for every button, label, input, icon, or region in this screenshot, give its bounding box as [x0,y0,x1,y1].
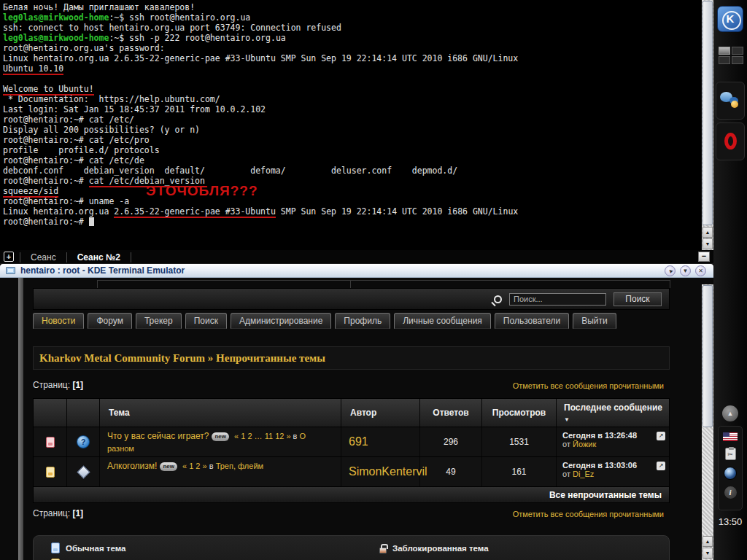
last-post-cell: Сегодня в 13:03:06↗от Di_Ez [557,457,669,486]
topics-table: Тема Автор Ответов Просмотров Последнее … [33,398,670,503]
kde-menu-icon[interactable]: K [717,6,743,32]
terminal-line: root@hentairo:~# [3,217,699,227]
nav-tab-личные-сообщения[interactable]: Личные сообщения [394,313,491,329]
search-button[interactable]: Поиск [614,292,662,306]
browser-scroll-down-icon[interactable]: ▼ [703,548,713,559]
session-tab-1[interactable]: Сеанс [20,252,67,262]
nav-tab-новости[interactable]: Новости [33,313,84,329]
desktop-1[interactable] [719,47,730,55]
nav-tab-выйти[interactable]: Выйти [573,313,616,329]
terminal-text: profile profile.d/ protocols [3,145,160,155]
normal-topic-icon [51,542,60,553]
terminal-text: root@hentairo.org.ua's password: [3,43,165,53]
terminal-line: profile profile.d/ protocols [3,145,699,155]
terminal-scrollbar-thumb[interactable] [703,1,713,225]
last-poster-link[interactable]: Йожик [573,440,596,448]
replies-cell: 296 [420,427,482,456]
nav-tab-форум[interactable]: Форум [88,313,131,329]
terminal-line [3,74,699,84]
legend-label: Заблокированная тема [392,544,489,553]
new-badge: new [160,462,177,471]
pages-label: Страниц: [33,380,72,390]
all-unread-link[interactable]: Все непрочитанные темы [549,490,662,500]
close-window-button[interactable]: ✕ [695,265,706,276]
jump-to-last-post-icon[interactable]: ↗ [657,462,665,470]
topic-pagination[interactable]: « 1 2 … 11 12 » [232,432,293,440]
browser-scrollbar-thumb[interactable] [703,285,713,427]
terminal-line: Welcome to Ubuntu! [3,84,699,94]
author-link[interactable]: SimonKentervil [349,465,427,478]
klipper-clipboard-icon[interactable]: ✂ [725,448,736,460]
header-replies[interactable]: Ответов [420,399,482,427]
last-post-user-line: от Di_Ez [562,470,665,478]
opera-icon [724,133,737,149]
nav-tab-администрирование[interactable]: Администрирование [231,313,331,329]
shade-window-button[interactable]: ▲ [665,265,676,276]
terminal-text: Display all 200 possibilities? (y or n) [3,125,200,135]
last-post-time-line: Сегодня в 13:26:48↗ [562,431,665,440]
search-input[interactable] [509,293,606,306]
nav-tab-пользователи[interactable]: Пользователи [495,313,569,329]
lower-window-button[interactable]: ▼ [680,265,691,276]
last-post-time: Сегодня в 13:26:48 [562,431,637,440]
hide-tabbar-button[interactable]: − [698,252,710,262]
red-annotation-text: ЭТОЧОБЛЯ??? [146,183,258,199]
panel-up-arrow-icon[interactable]: ▲ [722,405,738,421]
mark-all-read-link[interactable]: Отметить все сообщения прочитанными [513,510,664,518]
session-tab-2[interactable]: Сеанс №2 [67,252,131,262]
table-footer: Все непрочитанные темы [33,487,670,503]
terminal-text: root@hentairo:~# cat /etc/ [3,114,134,125]
header-author[interactable]: Автор [341,399,420,427]
window-titlebar[interactable]: hentairo : root - KDE Terminal Emulator … [0,264,713,278]
topic-link[interactable]: Алкоголизм! [107,461,157,471]
kopete-launcher[interactable] [716,82,745,120]
pagination-row-bottom: Страниц: [1] Отметить все сообщения проч… [33,508,670,520]
current-page: [1] [72,508,83,518]
terminal-scrollbar[interactable]: ▲ ▼ [702,0,713,250]
opera-launcher[interactable] [716,122,745,160]
last-poster-link[interactable]: Di_Ez [573,470,594,478]
topic-pagination[interactable]: « 1 2 » [180,462,209,470]
header-views[interactable]: Просмотров [482,399,557,427]
info-tray-icon[interactable]: i [724,486,737,499]
topics-table-header: Тема Автор Ответов Просмотров Последнее … [33,398,670,427]
nav-tab-трекер[interactable]: Трекер [136,313,182,329]
panel-clock[interactable]: 13:50 [713,516,747,527]
terminal-line: ssh: connect to host hentairo.org.ua por… [3,23,699,33]
terminal-text: root@hentairo:~# [3,217,89,227]
terminal-text: root@hentairo:~# cat /etc/de [3,155,144,166]
question-topic-icon: ? [77,435,90,448]
terminal-text: leg0las@mirkwood-home [3,33,109,43]
desktop-2[interactable] [732,47,743,55]
header-last-post[interactable]: Последнее сообщение ▼ [557,399,669,427]
terminal-window[interactable]: Белая ночь! Дамы приглашают кавалеров!le… [0,0,699,250]
nav-tab-поиск[interactable]: Поиск [185,313,227,329]
terminal-scroll-up-icon[interactable]: ▲ [703,227,713,238]
desktop-4[interactable] [732,56,743,64]
nav-tab-профиль[interactable]: Профиль [335,313,390,329]
desktop-pager [719,47,743,64]
author-link[interactable]: 691 [349,435,368,448]
browser-scrollbar[interactable]: ▲ ▼ [702,284,713,560]
keyboard-layout-us-icon[interactable] [723,432,738,441]
legend-item: Заблокированная тема [379,542,669,553]
jump-to-last-post-icon[interactable]: ↗ [657,432,665,440]
new-session-icon[interactable]: + [4,252,14,262]
mark-all-read-link[interactable]: Отметить все сообщения прочитанными [513,381,664,390]
desktop-3[interactable] [719,56,730,64]
last-post-time: Сегодня в 13:03:06 [562,461,637,470]
forum-link[interactable]: Треп, флейм [216,462,263,470]
last-post-cell: Сегодня в 13:26:48↗от Йожик [557,427,669,456]
header-topic[interactable]: Тема [100,399,341,427]
terminal-line: Ubuntu 10.10 [3,63,699,74]
topic-link[interactable]: Что у вас сейчас играет? [107,431,209,441]
terminal-text: :~$ ssh root@hentairo.org.ua [109,12,250,23]
terminal-text: Linux hentairo.org.ua [3,206,114,217]
browser-scroll-up-icon[interactable]: ▲ [703,536,713,547]
network-globe-icon[interactable] [724,467,737,480]
forum-banner-bottom [97,280,670,288]
terminal-line: squeeze/sid [3,186,699,196]
breadcrumb-board[interactable]: Kharkov Metal Community Forum [39,352,205,364]
terminal-scroll-down-icon[interactable]: ▼ [703,238,713,249]
from-label: от [562,440,573,448]
